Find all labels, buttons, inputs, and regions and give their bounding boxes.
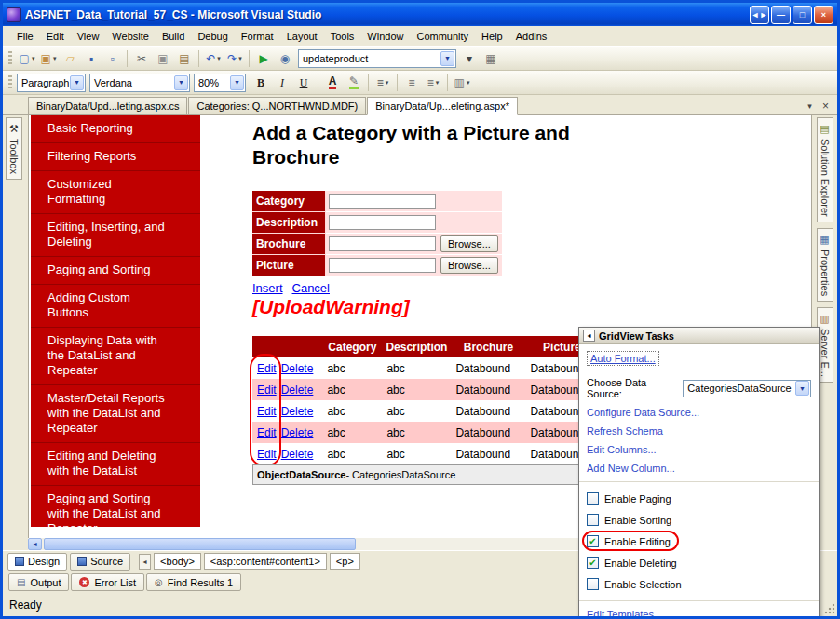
menu-item-edit[interactable]: Edit — [40, 28, 71, 45]
save-button[interactable]: ▪ — [81, 49, 102, 68]
browse-button[interactable]: Browse... — [440, 257, 498, 274]
close-document-icon[interactable]: × — [819, 99, 833, 113]
style-combo[interactable]: Paragraph ▼ — [17, 74, 86, 92]
panel-tab-error-list[interactable]: ✖Error List — [71, 573, 144, 591]
menu-item-window[interactable]: Window — [360, 28, 410, 45]
command-combo[interactable]: updateproduct ▼ — [298, 49, 456, 68]
copy-button[interactable]: ▣ — [153, 49, 173, 68]
menu-item-build[interactable]: Build — [156, 28, 191, 45]
checkbox-box[interactable] — [587, 492, 599, 505]
doc-tab-categories-q-northwnd-mdf[interactable]: Categories: Q...NORTHWND.MDF) — [188, 97, 366, 114]
checkbox-enable-deleting[interactable]: ✔Enable Deleting — [587, 552, 811, 573]
edit-link[interactable]: Edit — [257, 362, 277, 375]
menu-item-community[interactable]: Community — [410, 28, 475, 45]
sidebar-item-filtering-reports[interactable]: Filtering Reports — [31, 143, 200, 171]
font-combo[interactable]: Verdana ▼ — [89, 74, 190, 92]
restore-button[interactable]: □ — [793, 6, 812, 24]
scroll-left-icon[interactable]: ◄ — [28, 538, 42, 550]
toolbar-grip[interactable] — [8, 51, 12, 66]
delete-link[interactable]: Delete — [281, 362, 314, 375]
italic-button-button[interactable]: I — [272, 74, 292, 92]
category-input[interactable] — [329, 194, 436, 209]
sidebar-item-editing-inserting-and-deleting[interactable]: Editing, Inserting, and Deleting — [31, 214, 200, 257]
toolbar-options-button[interactable]: ▦ — [481, 49, 501, 68]
side-tab-properties[interactable]: ▦Properties — [817, 228, 833, 302]
delete-link[interactable]: Delete — [281, 448, 314, 461]
side-tab-solution-explorer[interactable]: ▤Solution Explorer — [817, 117, 833, 222]
delete-link[interactable]: Delete — [281, 384, 314, 397]
smart-tag-collapse-icon[interactable]: ◂ — [583, 330, 595, 342]
validation-tools-button[interactable]: ▥▾ — [452, 74, 472, 92]
save-all-button[interactable]: ▫ — [102, 49, 123, 68]
minimize-button[interactable]: — — [771, 6, 791, 24]
sidebar-item-paging-and-sorting[interactable]: Paging and Sorting — [31, 257, 200, 285]
underline-button-button[interactable]: U — [293, 74, 314, 92]
start-debug-button[interactable]: ▶ — [253, 49, 274, 68]
source-view-button[interactable]: Source — [70, 553, 130, 571]
brochure-input[interactable] — [329, 236, 436, 251]
tag-chip-asp-content-content1[interactable]: <asp:content#content1> — [204, 553, 327, 570]
edit-link[interactable]: Edit — [257, 426, 277, 439]
browse-button[interactable]: Browse... — [440, 235, 498, 252]
numbered-list-button[interactable]: ≡ — [401, 74, 422, 92]
sidebar-item-customized-formatting[interactable]: Customized Formatting — [31, 171, 200, 214]
close-button[interactable]: × — [814, 6, 833, 24]
bullet-list-button[interactable]: ≡▾ — [423, 74, 443, 92]
menu-item-file[interactable]: File — [10, 28, 40, 45]
tag-chip-p[interactable]: <p> — [330, 553, 360, 570]
highlight-button[interactable]: ✎ — [344, 74, 364, 92]
picture-input[interactable] — [329, 258, 436, 273]
paste-button[interactable]: ▤ — [174, 49, 195, 68]
sidebar-item-basic-reporting[interactable]: Basic Reporting — [31, 115, 200, 143]
doc-tab-binarydata-upd-leting-aspx-cs[interactable]: BinaryData/Upd...leting.aspx.cs — [28, 97, 187, 114]
edit-columns-link[interactable]: Edit Columns... — [587, 444, 811, 455]
undo-button[interactable]: ↶▾ — [203, 49, 224, 68]
menu-item-addins[interactable]: Addins — [509, 28, 554, 45]
edit-templates-link[interactable]: Edit Templates — [587, 609, 811, 619]
sidebar-item-paging-and-sorting-with-the-datalist-and-repeater[interactable]: Paging and Sorting with the DataList and… — [31, 486, 200, 527]
chevron-down-icon[interactable]: ▼ — [440, 51, 454, 66]
sidebar-item-master-detail-reports-with-the-datalist-and-repeater[interactable]: Master/Detail Reports with the DataList … — [31, 385, 200, 443]
sidebar-item-displaying-data-with-the-datalist-and-repeater[interactable]: Displaying Data with the DataList and Re… — [31, 328, 200, 385]
configure-data-source-link[interactable]: Configure Data Source... — [587, 407, 811, 418]
tag-navigator-scroll-icon[interactable]: ◂ — [139, 554, 151, 570]
tab-list-dropdown-icon[interactable]: ▾ — [803, 99, 817, 113]
checkbox-box[interactable] — [587, 514, 599, 526]
sidebar-item-adding-custom-buttons[interactable]: Adding Custom Buttons — [31, 285, 200, 328]
checkbox-enable-paging[interactable]: Enable Paging — [587, 488, 811, 509]
add-new-item-button[interactable]: ▣▾ — [38, 49, 59, 68]
delete-link[interactable]: Delete — [281, 405, 314, 418]
menu-item-website[interactable]: Website — [105, 28, 156, 45]
bold-button-button[interactable]: B — [251, 74, 271, 92]
data-source-combo[interactable]: CategoriesDataSource ▼ — [683, 380, 811, 397]
toolbox-tab[interactable]: ⚒ Toolbox — [6, 117, 22, 180]
chevron-down-icon[interactable]: ▼ — [174, 75, 188, 90]
insert-link[interactable]: Insert — [252, 281, 283, 295]
menu-item-tools[interactable]: Tools — [324, 28, 361, 45]
checkbox-enable-selection[interactable]: Enable Selection — [587, 573, 811, 595]
scrollbar-thumb[interactable] — [44, 538, 356, 550]
open-file-button[interactable]: ▱ — [60, 49, 80, 68]
delete-link[interactable]: Delete — [281, 426, 314, 439]
auto-format-link[interactable]: Auto Format... — [587, 351, 659, 366]
objectdatasource-control[interactable]: ObjectDataSource - CategoriesDataSource — [252, 464, 580, 485]
menu-item-format[interactable]: Format — [235, 28, 280, 45]
browse-with-button[interactable]: ◉ — [275, 49, 295, 68]
chevron-down-icon[interactable]: ▼ — [70, 75, 84, 90]
cut-button[interactable]: ✂ — [131, 49, 152, 68]
panel-tab-find-results-1[interactable]: ◎Find Results 1 — [146, 573, 241, 591]
panel-tab-output[interactable]: ▤Output — [8, 573, 69, 591]
menu-item-debug[interactable]: Debug — [191, 28, 234, 45]
cancel-link[interactable]: Cancel — [292, 281, 330, 295]
edit-link[interactable]: Edit — [257, 448, 277, 461]
checkbox-box[interactable]: ✔ — [587, 557, 599, 569]
align-left-button[interactable]: ≡▾ — [373, 74, 393, 92]
dock-toggle-button[interactable]: ◄► — [750, 6, 769, 24]
toolbar-grip[interactable] — [8, 75, 12, 90]
font-color-button[interactable]: A — [322, 74, 343, 92]
resize-grip[interactable] — [824, 603, 836, 615]
refresh-schema-link[interactable]: Refresh Schema — [587, 425, 811, 437]
checkbox-enable-sorting[interactable]: Enable Sorting — [587, 509, 811, 531]
edit-link[interactable]: Edit — [257, 384, 277, 397]
redo-button[interactable]: ↷▾ — [224, 49, 245, 68]
